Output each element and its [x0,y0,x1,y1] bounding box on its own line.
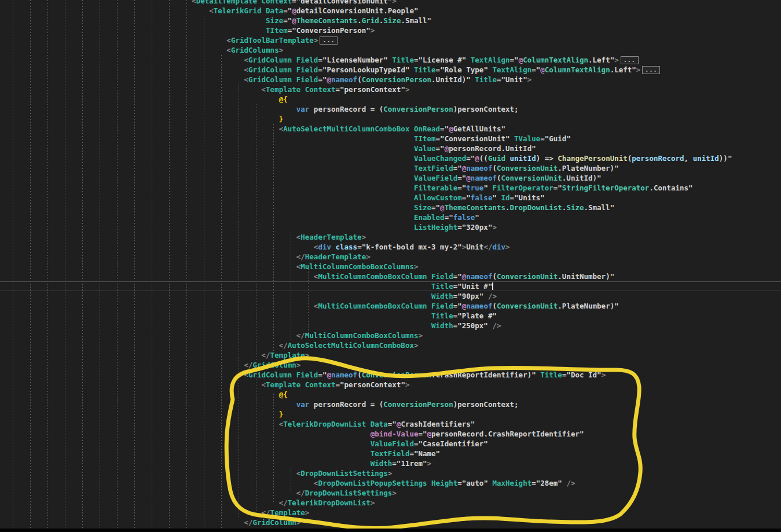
code-editor: <DetailTemplate Context="detailConversio… [0,0,781,532]
code-line[interactable]: Enabled="false" [0,212,781,222]
token-pn: > [314,36,318,45]
code-line[interactable]: </Template> [0,508,781,518]
code-line[interactable]: TextField="@nameof(ConversionUnit.PlateN… [0,163,781,173]
token-type: ConversionPerson [362,75,431,84]
token-pn: </ [279,341,288,350]
code-line[interactable]: <GridColumn Field="PersonLookupTypeId" T… [0,65,781,75]
code-line[interactable]: <GridColumn Field="LicenseNumber" Title=… [0,55,781,65]
code-line[interactable]: ValueField="CaseIdentifier" [0,439,781,449]
code-line[interactable]: </MultiColumnComboBoxColumns> [0,331,781,340]
token-kw: false [471,193,493,202]
code-line[interactable]: <GridColumn Field="@nameof(ConversionPer… [0,75,781,85]
token-tag: DetailTemplate [196,0,257,5]
code-line[interactable]: <HeaderTemplate> [0,232,781,242]
code-line[interactable]: Width="90px" /> [0,291,781,301]
code-line[interactable]: @{ [0,94,781,104]
text-cursor [492,282,493,290]
code-line[interactable]: Title="Plate #" [0,311,781,321]
code-line[interactable]: var personRecord = (ConversionPerson)per… [0,104,781,114]
token-pn: </ [244,361,252,369]
token-attr: Data [366,420,388,428]
token-pn: < [226,36,231,45]
token-tag: TelerikDropDownList [283,420,366,428]
code-line-active[interactable]: Title="Unit #" [0,281,781,291]
code-line[interactable]: Width="11rem"> [0,458,781,468]
token-attr: TValue [510,134,541,143]
code-line[interactable]: AllowCustom="false" Id="Units" [0,193,781,203]
code-line[interactable]: @bind-Value="@personRecord.CrashReportId… [0,429,781,439]
token-attr: ValueChanged [414,154,466,163]
token-attr: ValueField [371,439,414,448]
code-line[interactable]: </AutoSelectMultiColumnComboBox> [0,340,781,350]
token-str: "personContext" [340,380,405,389]
token-txt: = [436,134,441,143]
token-type: ConversionUnit [497,272,558,281]
code-line[interactable]: ValueField="@nameof(ConversionUnit.UnitI… [0,173,781,183]
code-line[interactable]: ValueChanged="@((Guid unitId) => ChangeP… [0,153,781,163]
code-line[interactable]: Size="@ThemeConstants.Grid.Size.Small" [0,16,781,25]
code-line[interactable]: <TelerikDropDownList Data="@CrashIdentif… [0,419,781,429]
code-line[interactable]: Value="@personRecord.UnitId" [0,144,781,153]
code-line[interactable]: <MultiColumnComboBoxColumns> [0,262,781,271]
code-line[interactable]: <MultiColumnComboBoxColumn Field="@nameo… [0,301,781,311]
code-line[interactable]: <AutoSelectMultiColumnComboBox OnRead="@… [0,124,781,134]
code-line[interactable]: <TelerikGrid Data="@detailConversionUnit… [0,6,781,16]
code-line[interactable]: </HeaderTemplate> [0,252,781,262]
token-pn: > [362,233,366,241]
token-type: ConversionUnit [497,164,558,173]
token-kw: div [318,243,331,251]
code-line[interactable]: </TelerikDropDownList> [0,498,781,508]
token-txt: GetAllUnits" [453,124,505,133]
code-line[interactable]: </GridColumn> [0,360,781,370]
token-pn: </ [296,489,305,497]
collapsed-region-toggle[interactable]: ... [642,66,660,74]
token-pn: > [527,75,532,84]
code-line[interactable]: <GridColumns> [0,45,781,55]
code-line[interactable]: <MultiColumnComboBoxColumn Field="@nameo… [0,271,781,281]
token-pn: > [614,56,619,64]
code-line[interactable]: var personRecord = (ConversionPerson)per… [0,399,781,409]
token-txt: =" [418,430,427,438]
token-attr: Height [427,479,458,487]
code-line[interactable]: <DetailTemplate Context="detailConversio… [0,0,781,6]
token-attr: ValueField [414,174,457,182]
token-pn: > [636,65,641,74]
code-line[interactable]: @{ [0,390,781,399]
code-line[interactable]: TItem="ConversionPerson"> [0,25,781,35]
token-txt: = [414,56,419,64]
token-txt: ( [492,272,497,281]
code-line[interactable]: <DropDownListSettings> [0,468,781,478]
code-line[interactable]: <GridToolBarTemplate>... [0,35,781,45]
token-type: ConversionPerson [362,370,431,379]
token-attr: Field [427,272,453,281]
code-line[interactable]: TItem="ConversionUnit" TValue="Guid" [0,134,781,144]
token-txt: .UnitId)" [562,174,602,182]
collapsed-region-toggle[interactable]: ... [621,56,639,64]
token-tag: GridColumns [231,46,279,54]
token-str: "90px" [457,292,483,300]
code-line[interactable]: } [0,114,781,124]
code-line[interactable]: Filterable="true" FilterOperator="String… [0,183,781,193]
code-line[interactable]: Size="@ThemeConstants.DropDownList.Size.… [0,203,781,212]
code-line[interactable]: ListHeight="320px"> [0,222,781,232]
token-attr: Filterable [414,184,457,192]
code-line[interactable]: <DropDownListPopupSettings Height="auto"… [0,478,781,488]
code-line[interactable]: <Template Context="personContext"> [0,380,781,390]
code-line[interactable]: TextField="Name" [0,449,781,458]
token-pn: </ [279,498,288,507]
token-str: "PersonLookupTypeId" [322,65,410,74]
code-line[interactable]: Width="250px" /> [0,321,781,331]
token-tag: AutoSelectMultiColumnComboBox [288,341,414,350]
token-txt: " [475,213,479,222]
code-line[interactable]: <Template Context="personContext"> [0,85,781,94]
code-line[interactable]: <div class="k-font-bold mx-3 my-2">Unit<… [0,242,781,252]
code-line[interactable]: } [0,409,781,419]
code-line[interactable]: </GridColumn> [0,518,781,527]
code-line[interactable]: </Template> [0,350,781,360]
collapsed-region-toggle[interactable]: ... [320,36,338,45]
token-txt: = [457,223,462,232]
token-str: "Role Type" [440,65,488,74]
code-line[interactable]: <GridColumn Field="@nameof(ConversionPer… [0,370,781,380]
code-line[interactable]: </DropDownListSettings> [0,488,781,498]
token-brace: @{ [279,95,288,104]
